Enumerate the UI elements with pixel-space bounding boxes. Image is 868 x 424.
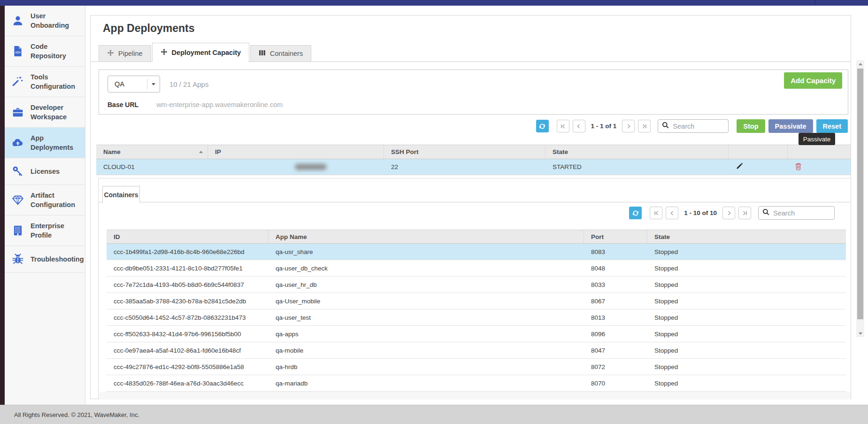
prev-page-button[interactable]: [666, 207, 678, 219]
container-id: ccc-c5050d64-1452-4c57-872b-08632231b473: [107, 309, 269, 325]
edit-icon[interactable]: [736, 162, 743, 171]
diamond-icon: [12, 194, 24, 206]
refresh-icon[interactable]: [629, 207, 642, 219]
vertical-scrollbar[interactable]: [856, 60, 864, 337]
containers-panel: Containers 1 - 10 of 10 ID App Name Port…: [98, 178, 851, 400]
vm-state: STARTED: [545, 159, 729, 175]
list-item[interactable]: ccc-49c27876-ed1c-4292-b0f8-5505886e1a58…: [107, 359, 846, 375]
add-capacity-button[interactable]: Add Capacity: [784, 72, 842, 89]
cloud-upload-icon: [12, 137, 24, 149]
topbar-divider: [815, 0, 815, 6]
passivate-button[interactable]: Passivate: [768, 119, 813, 133]
panel-bottom-spacer: [99, 392, 851, 400]
sidebar-item-enterprise-profile[interactable]: Enterprise Profile: [5, 216, 85, 246]
sidebar-item-licenses[interactable]: Licenses: [5, 158, 85, 185]
container-port: 8070: [584, 375, 647, 391]
last-page-button[interactable]: [638, 120, 651, 132]
list-item[interactable]: ccc-385aa5ab-3788-4230-b78a-b2841c5de2db…: [107, 293, 846, 309]
list-item[interactable]: ccc-7e72c1da-4193-4b05-b8d0-6b9c544f0837…: [107, 277, 846, 293]
table-row[interactable]: CLOUD-01 22 STARTED: [96, 159, 851, 175]
capacity-table: Name IP SSH Port State CLOUD-01 22 START…: [96, 145, 851, 175]
container-id: ccc-0e97aea4-a5af-4102-86a1-fd60e16b48cf: [107, 342, 269, 358]
sidebar-item-developer-workspace[interactable]: DeveloperWorkspace: [5, 97, 85, 128]
list-item[interactable]: ccc-ff502633-8432-41d4-97b6-996156bf5b00…: [107, 326, 846, 342]
search-icon: [762, 208, 769, 217]
next-page-button[interactable]: [622, 120, 635, 132]
stop-button[interactable]: Stop: [737, 119, 765, 133]
footer: All Rights Reserved. © 2021, WaveMaker, …: [0, 405, 868, 424]
base-url-value: wm-enterprise-app.wavemakeronline.com: [156, 101, 283, 108]
environment-select[interactable]: QA: [108, 76, 160, 93]
container-id: ccc-ff502633-8432-41d4-97b6-996156bf5b00: [107, 326, 269, 342]
columns-icon: [259, 49, 266, 58]
container-app-name: qa-user_hr_db: [269, 277, 584, 293]
sort-ascending-icon: [199, 151, 203, 153]
column-header-port[interactable]: Port: [584, 230, 647, 243]
user-icon: [12, 15, 24, 27]
tab-containers-detail[interactable]: Containers: [102, 186, 140, 203]
environment-value: QA: [108, 80, 147, 88]
scrollbar-thumb[interactable]: [857, 69, 863, 319]
container-id: ccc-1b499fa1-2d98-416b-8c4b-960e68e226bd: [107, 244, 269, 260]
column-header-state[interactable]: State: [647, 230, 846, 243]
container-app-name: qa-usr_share: [269, 244, 584, 260]
base-url-label: Base URL: [108, 101, 138, 108]
sidebar: UserOnboarding </> CodeRepository ToolsC…: [5, 6, 85, 405]
last-page-button[interactable]: [738, 207, 751, 219]
capacity-summary: QA 10 / 21 Apps Base URL wm-enterprise-a…: [99, 69, 848, 115]
apps-count: 10 / 21 Apps: [169, 80, 208, 88]
container-app-name: qa-User_mobile: [269, 293, 584, 309]
prev-page-button[interactable]: [573, 120, 585, 132]
first-page-button[interactable]: [650, 207, 662, 219]
column-header-ssh-port[interactable]: SSH Port: [384, 145, 545, 159]
reset-button[interactable]: Reset: [816, 119, 848, 133]
capacity-search[interactable]: [658, 119, 729, 133]
sidebar-item-artifact-configuration[interactable]: ArtifactConfiguration: [5, 185, 85, 216]
list-item[interactable]: ccc-0e97aea4-a5af-4102-86a1-fd60e16b48cf…: [107, 342, 846, 359]
container-app-name: qa-mariadb: [269, 375, 584, 391]
containers-search[interactable]: [758, 206, 835, 220]
sidebar-item-app-deployments[interactable]: AppDeployments: [5, 128, 85, 158]
sidebar-item-troubleshooting[interactable]: Troubleshooting: [5, 246, 85, 273]
column-header-ip[interactable]: IP: [208, 145, 384, 159]
delete-icon[interactable]: [795, 162, 802, 172]
search-input[interactable]: [672, 122, 724, 131]
tab-deployment-capacity[interactable]: Deployment Capacity: [152, 43, 249, 62]
passivate-tooltip: Passivate: [799, 133, 835, 145]
container-port: 8047: [584, 342, 647, 358]
page-title: App Deployments: [103, 22, 195, 35]
vm-ssh-port: 22: [384, 159, 545, 175]
next-page-button[interactable]: [722, 207, 735, 219]
tab-pipeline[interactable]: Pipeline: [99, 45, 151, 62]
list-item[interactable]: ccc-4835d026-788f-46ea-a76d-30aac3d46ecc…: [107, 375, 846, 392]
container-app-name: qa-user_db_check: [269, 260, 584, 276]
container-app-name: qa-user_test: [269, 309, 584, 325]
container-app-name: qa-mobile: [269, 342, 584, 358]
column-header-app-name[interactable]: App Name: [269, 230, 584, 243]
top-navigation-bar: [0, 0, 868, 6]
list-item[interactable]: ccc-db9be051-2331-4121-8c10-8bd277f05fe1…: [107, 260, 846, 277]
container-port: 8096: [584, 326, 647, 342]
scroll-down-icon[interactable]: [856, 330, 864, 337]
sidebar-item-user-onboarding[interactable]: UserOnboarding: [5, 6, 85, 36]
containers-table: ID App Name Port State ccc-1b499fa1-2d98…: [107, 230, 846, 392]
copyright-text: All Rights Reserved. © 2021, WaveMaker, …: [14, 411, 139, 418]
pagination-label: 1 - 1 of 1: [591, 123, 617, 130]
sidebar-item-tools-configuration[interactable]: ToolsConfiguration: [5, 67, 85, 97]
container-state: Stopped: [647, 326, 846, 342]
first-page-button[interactable]: [557, 120, 569, 132]
refresh-icon[interactable]: [536, 120, 549, 132]
container-id: ccc-49c27876-ed1c-4292-b0f8-5505886e1a58: [107, 359, 269, 375]
container-id: ccc-db9be051-2331-4121-8c10-8bd277f05fe1: [107, 260, 269, 276]
container-state: Stopped: [647, 277, 846, 293]
list-item[interactable]: ccc-1b499fa1-2d98-416b-8c4b-960e68e226bd…: [107, 244, 846, 260]
column-header-name: Name: [103, 148, 121, 155]
scroll-up-icon[interactable]: [856, 60, 864, 68]
search-input[interactable]: [772, 209, 830, 217]
tab-containers[interactable]: Containers: [250, 45, 311, 62]
sidebar-item-code-repository[interactable]: </> CodeRepository: [5, 36, 85, 67]
container-state: Stopped: [647, 244, 846, 260]
column-header-id[interactable]: ID: [107, 230, 269, 243]
list-item[interactable]: ccc-c5050d64-1452-4c57-872b-08632231b473…: [107, 309, 846, 326]
column-header-state[interactable]: State: [545, 145, 729, 159]
